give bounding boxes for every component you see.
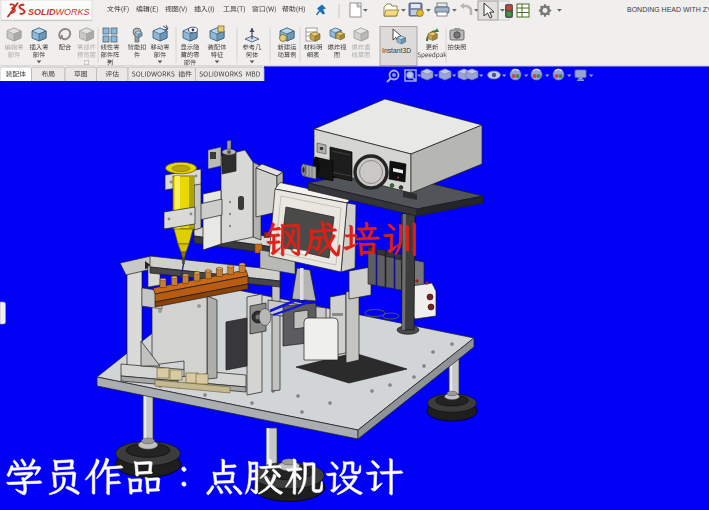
svg-text:SOLIDWORKS: SOLIDWORKS <box>28 7 90 17</box>
svg-text:Instant3D: Instant3D <box>382 47 411 54</box>
svg-text:BONDING HEAD WITH ZYZ: BONDING HEAD WITH ZYZ <box>627 6 709 13</box>
